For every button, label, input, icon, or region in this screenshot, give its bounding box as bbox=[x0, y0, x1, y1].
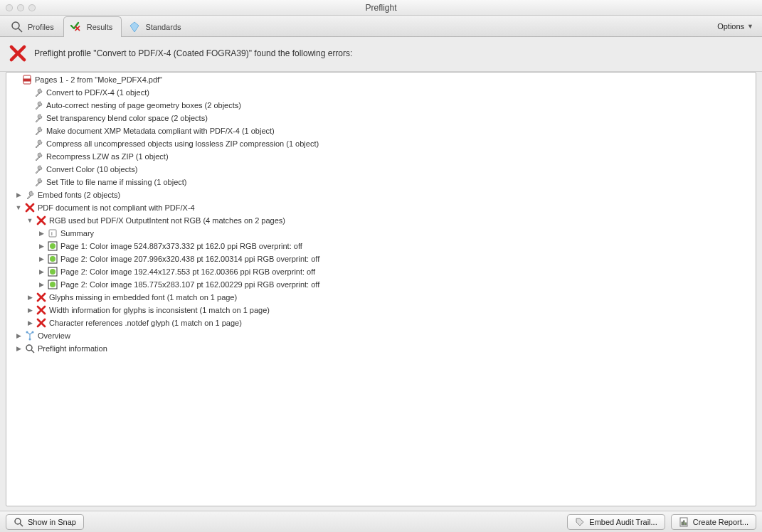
tree-label: Page 2: Color image 192.44x127.553 pt 16… bbox=[60, 267, 315, 276]
button-label: Embed Audit Trail... bbox=[589, 518, 657, 526]
tree-row-fixup[interactable]: ▶Auto-correct nesting of page geometry b… bbox=[6, 99, 756, 112]
tree-label: Convert to PDF/X-4 (1 object) bbox=[46, 88, 149, 97]
pdf-icon bbox=[22, 75, 32, 85]
button-label: Show in Snap bbox=[28, 518, 76, 526]
report-icon bbox=[679, 517, 689, 527]
tab-profiles[interactable]: Profiles bbox=[4, 16, 63, 37]
embed-audit-trail-button[interactable]: Embed Audit Trail... bbox=[567, 514, 665, 530]
summary-text: Preflight profile "Convert to PDF/X-4 (C… bbox=[34, 48, 352, 58]
tree-row-overview[interactable]: ▶ Overview bbox=[6, 329, 756, 342]
tree-label: Pages 1 - 2 from "Moke_PDFX4.pdf" bbox=[35, 75, 162, 84]
tree-row-notdef[interactable]: ▶ Character references .notdef glyph (1 … bbox=[6, 316, 756, 329]
search-icon bbox=[11, 21, 23, 33]
footer: Show in Snap Embed Audit Trail... Create… bbox=[0, 511, 762, 532]
chevron-down-icon: ▼ bbox=[747, 23, 753, 30]
minimize-window-button[interactable] bbox=[17, 4, 24, 11]
button-label: Create Report... bbox=[693, 518, 748, 526]
zoom-window-button[interactable] bbox=[28, 4, 36, 11]
disclosure-icon[interactable]: ▶ bbox=[38, 268, 45, 275]
disclosure-icon[interactable]: ▶ bbox=[38, 255, 45, 262]
tree-row-fixup[interactable]: ▶Set Title to file name if missing (1 ob… bbox=[6, 176, 756, 188]
tree-row-preflight-info[interactable]: ▶ Preflight information bbox=[6, 342, 756, 355]
tree-row-fixup[interactable]: ▶Convert Color (10 objects) bbox=[6, 163, 756, 176]
disclosure-icon[interactable]: ▼ bbox=[26, 217, 33, 224]
close-window-button[interactable] bbox=[6, 4, 13, 11]
tree-row-root[interactable]: ▶ Pages 1 - 2 from "Moke_PDFX4.pdf" bbox=[6, 73, 756, 86]
check-x-icon bbox=[70, 21, 83, 33]
tree-label: Embed fonts (2 objects) bbox=[38, 191, 120, 199]
wrench-icon bbox=[33, 177, 43, 187]
tree-label: Glyphs missing in embedded font (1 match… bbox=[49, 293, 237, 302]
tree-label: Set Title to file name if missing (1 obj… bbox=[46, 178, 186, 186]
disclosure-icon[interactable]: ▶ bbox=[26, 307, 33, 314]
summary-bar: Preflight profile "Convert to PDF/X-4 (C… bbox=[0, 37, 762, 72]
show-in-snap-button[interactable]: Show in Snap bbox=[6, 514, 84, 530]
tab-bar: Profiles Results Standards bbox=[4, 16, 191, 36]
options-label: Options bbox=[717, 22, 744, 31]
magnifier-icon bbox=[25, 344, 35, 353]
wrench-icon bbox=[33, 87, 43, 97]
error-icon bbox=[9, 44, 27, 63]
titlebar: Preflight bbox=[0, 0, 762, 16]
error-icon bbox=[36, 216, 46, 225]
create-report-button[interactable]: Create Report... bbox=[671, 514, 756, 530]
tab-label: Profiles bbox=[28, 23, 54, 31]
diamond-icon bbox=[128, 21, 141, 33]
error-icon bbox=[36, 305, 46, 315]
tree-label: Page 2: Color image 185.775x283.107 pt 1… bbox=[60, 280, 319, 289]
tree-label: Compress all uncompressed objects using … bbox=[46, 139, 319, 148]
tree-row-summary[interactable]: ▶ Summary bbox=[6, 227, 756, 240]
options-menu[interactable]: Options ▼ bbox=[713, 16, 758, 36]
tree-row-fixup[interactable]: ▶Recompress LZW as ZIP (1 object) bbox=[6, 150, 756, 163]
tree-label: PDF document is not compliant with PDF/X… bbox=[38, 203, 195, 212]
disclosure-icon[interactable]: ▶ bbox=[26, 319, 33, 326]
tree-row-match[interactable]: ▶Page 1: Color image 524.887x373.332 pt … bbox=[6, 240, 756, 252]
image-object-icon bbox=[48, 254, 58, 264]
wrench-icon bbox=[33, 126, 43, 136]
tree-row-embed-fonts[interactable]: ▶ Embed fonts (2 objects) bbox=[6, 188, 756, 201]
tree-label: Recompress LZW as ZIP (1 object) bbox=[46, 152, 169, 161]
disclosure-icon[interactable]: ▼ bbox=[15, 204, 22, 211]
tag-icon bbox=[575, 517, 585, 527]
error-icon bbox=[36, 318, 46, 328]
tree-row-fixup[interactable]: ▶Compress all uncompressed objects using… bbox=[6, 137, 756, 150]
tree-row-fixup[interactable]: ▶Make document XMP Metadata compliant wi… bbox=[6, 124, 756, 137]
tree-row-width-inconsistent[interactable]: ▶ Width information for glyphs is incons… bbox=[6, 304, 756, 316]
tab-label: Results bbox=[87, 23, 113, 31]
tree-row-match[interactable]: ▶Page 2: Color image 185.775x283.107 pt … bbox=[6, 278, 756, 291]
magnifier-icon bbox=[14, 517, 23, 527]
image-object-icon bbox=[48, 241, 58, 251]
disclosure-icon[interactable]: ▶ bbox=[26, 294, 33, 301]
wrench-icon bbox=[33, 164, 43, 174]
disclosure-icon[interactable]: ▶ bbox=[38, 281, 45, 288]
overview-icon bbox=[25, 331, 35, 341]
disclosure-icon[interactable]: ▶ bbox=[38, 243, 45, 250]
image-object-icon bbox=[48, 267, 58, 277]
tree-row-fixup[interactable]: ▶Set transparency blend color space (2 o… bbox=[6, 112, 756, 124]
tree-label: Auto-correct nesting of page geometry bo… bbox=[46, 101, 241, 110]
tree-row-glyphs-missing[interactable]: ▶ Glyphs missing in embedded font (1 mat… bbox=[6, 291, 756, 304]
tab-results[interactable]: Results bbox=[63, 16, 122, 37]
disclosure-icon[interactable]: ▶ bbox=[15, 191, 22, 198]
tab-standards[interactable]: Standards bbox=[122, 16, 190, 37]
tree-label: Page 2: Color image 207.996x320.438 pt 1… bbox=[60, 255, 319, 263]
tree-row-rgb-header[interactable]: ▼ RGB used but PDF/X OutputIntent not RG… bbox=[6, 214, 756, 227]
disclosure-icon[interactable]: ▶ bbox=[15, 332, 22, 339]
image-object-icon bbox=[48, 280, 58, 289]
tree-label: Preflight information bbox=[38, 344, 107, 353]
results-tree[interactable]: ▶ Pages 1 - 2 from "Moke_PDFX4.pdf" ▶Con… bbox=[6, 72, 756, 506]
window-controls bbox=[0, 4, 36, 11]
tree-row-fixup[interactable]: ▶Convert to PDF/X-4 (1 object) bbox=[6, 86, 756, 99]
tree-row-match[interactable]: ▶Page 2: Color image 192.44x127.553 pt 1… bbox=[6, 265, 756, 278]
wrench-icon bbox=[33, 139, 43, 149]
tree-label: Width information for glyphs is inconsis… bbox=[49, 306, 270, 314]
tree-row-match[interactable]: ▶Page 2: Color image 207.996x320.438 pt … bbox=[6, 252, 756, 265]
tree-label: Summary bbox=[60, 229, 94, 238]
tree-label: Make document XMP Metadata compliant wit… bbox=[46, 127, 275, 135]
tree-row-noncompliant[interactable]: ▼ PDF document is not compliant with PDF… bbox=[6, 201, 756, 214]
wrench-icon bbox=[25, 190, 35, 200]
disclosure-icon[interactable]: ▶ bbox=[38, 230, 45, 237]
tree-label: Set transparency blend color space (2 ob… bbox=[46, 114, 208, 122]
wrench-icon bbox=[33, 113, 43, 123]
disclosure-icon[interactable]: ▶ bbox=[15, 345, 22, 352]
